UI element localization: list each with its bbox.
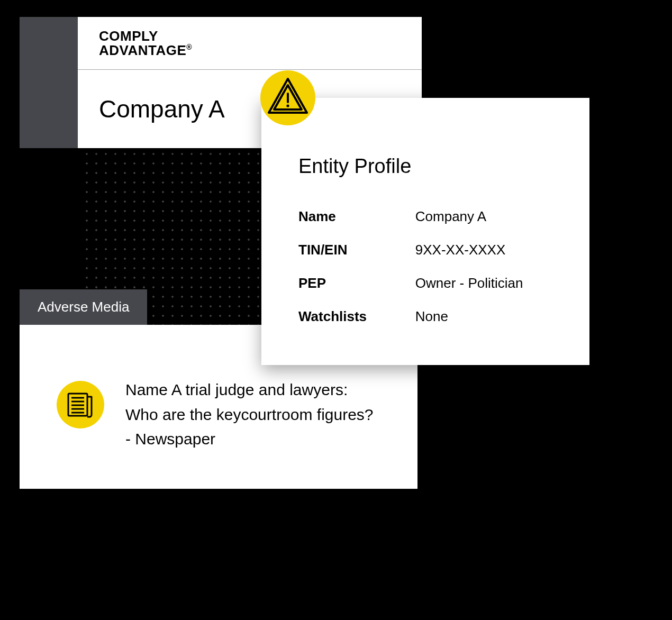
brand-line2: ADVANTAGE [99,42,186,58]
alert-badge [260,70,315,125]
registered-mark: ® [186,43,192,51]
field-label-watchlists: Watchlists [298,300,415,333]
table-row: PEP Owner - Politician [298,267,552,300]
field-label-name: Name [298,200,415,233]
adverse-media-tab-label: Adverse Media [38,299,129,315]
field-label-pep: PEP [298,267,415,300]
entity-profile-title: Entity Profile [298,155,552,178]
svg-point-3 [286,104,289,107]
card-spine [20,17,78,148]
newspaper-icon [66,390,95,419]
headline-line1: Name A trial judge and lawyers: [125,381,348,398]
table-row: TIN/EIN 9XX-XX-XXXX [298,233,552,267]
brand-line1: COMPLY [99,28,158,44]
news-icon-wrap [57,381,104,428]
entity-info-table: Name Company A TIN/EIN 9XX-XX-XXXX PEP O… [298,200,552,333]
field-value-tin: 9XX-XX-XXXX [415,233,552,267]
brand-logo: COMPLY ADVANTAGE® [99,29,192,57]
headline-source: - Newspaper [125,430,215,448]
warning-triangle-icon [267,76,309,118]
field-value-pep: Owner - Politician [415,267,552,300]
adverse-media-tab[interactable]: Adverse Media [20,289,147,325]
brand-row: COMPLY ADVANTAGE® [78,17,422,70]
table-row: Name Company A [298,200,552,233]
table-row: Watchlists None [298,300,552,333]
field-label-tin: TIN/EIN [298,233,415,267]
field-value-name: Company A [415,200,552,233]
entity-profile-card: Entity Profile Name Company A TIN/EIN 9X… [261,98,589,365]
field-value-watchlists: None [415,300,552,333]
headline-line2: Who are the keycourtroom figures? [125,406,374,423]
company-name: Company A [99,95,225,123]
adverse-media-headline: Name A trial judge and lawyers: Who are … [125,378,374,452]
